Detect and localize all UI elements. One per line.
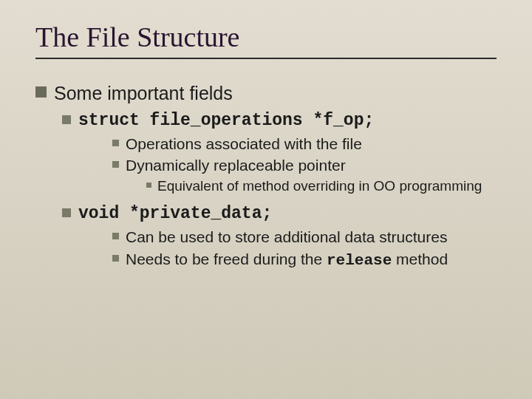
square-bullet-icon [62,208,71,217]
square-bullet-icon [112,233,119,239]
square-bullet-icon [112,140,119,146]
bullet-l2-private: void *private_data; [62,202,497,225]
square-bullet-icon [62,115,71,124]
code-decl: void *private_data; [78,202,272,225]
square-bullet-icon [112,255,119,262]
bullet-l3: Operations associated with the file [112,134,497,154]
slide-title: The File Structure [35,21,497,53]
bullet-l2-fop: struct file_operations *f_op; [62,109,497,132]
bullet-l1: Some important fields [35,81,497,106]
square-bullet-icon [35,86,47,98]
bullet-text: Can be used to store additional data str… [126,227,447,248]
bullet-text: Some important fields [54,81,233,106]
bullet-text: Operations associated with the file [126,134,362,154]
text-fragment: method [392,250,448,267]
bullet-text: Equivalent of method overriding in OO pr… [157,177,482,196]
square-bullet-icon [146,183,151,188]
bullet-text: Dynamically replaceable pointer [126,155,346,176]
bullet-text: Needs to be freed during the release met… [126,249,448,271]
bullet-l3: Needs to be freed during the release met… [112,249,497,271]
bullet-l3: Dynamically replaceable pointer [112,155,497,176]
code-decl: struct file_operations *f_op; [78,109,374,132]
square-bullet-icon [112,161,119,168]
code-inline: release [327,252,392,269]
bullet-l3: Can be used to store additional data str… [112,227,497,248]
bullet-l4: Equivalent of method overriding in OO pr… [146,177,497,196]
text-fragment: Needs to be freed during the [126,250,327,267]
title-underline [35,58,497,59]
